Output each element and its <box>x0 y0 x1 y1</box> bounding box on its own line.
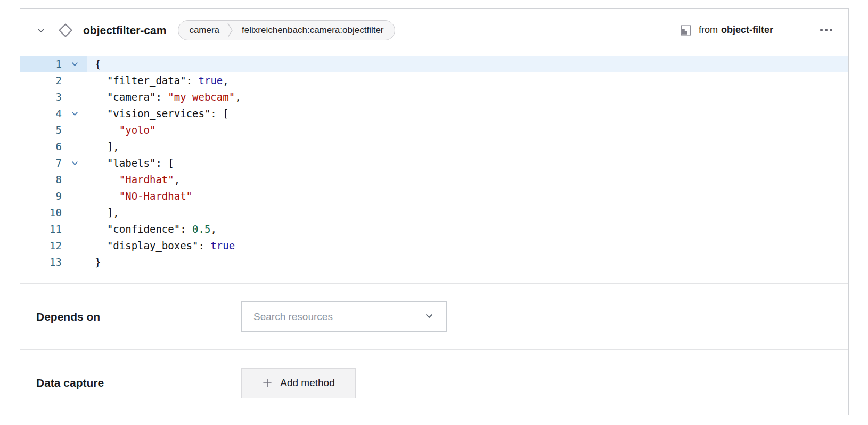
code-line[interactable]: 4 "vision_services": [ <box>20 105 848 122</box>
editor-gutter: 4 <box>20 105 87 122</box>
code-line-content[interactable]: ], <box>87 205 848 221</box>
code-line[interactable]: 3 "camera": "my_webcam", <box>20 89 848 105</box>
code-line-content[interactable]: "confidence": 0.5, <box>87 221 848 238</box>
fold-spacer <box>62 122 87 138</box>
depends-on-label: Depends on <box>36 310 241 323</box>
editor-gutter: 13 <box>20 254 87 271</box>
fold-spacer <box>62 205 87 221</box>
component-diamond-icon <box>58 22 73 38</box>
line-number: 11 <box>20 221 62 238</box>
code-line[interactable]: 13} <box>20 254 848 271</box>
fold-spacer <box>62 72 87 89</box>
code-line[interactable]: 2 "filter_data": true, <box>20 72 848 89</box>
search-resources-placeholder: Search resources <box>253 311 333 323</box>
resource-type-label: camera <box>189 25 219 36</box>
resource-card: objectfilter-cam camera felixreichenbach… <box>20 8 849 415</box>
editor-gutter: 11 <box>20 221 87 238</box>
resource-type-badge: camera felixreichenbach:camera:objectfil… <box>178 20 395 40</box>
code-line[interactable]: 5 "yolo" <box>20 122 848 138</box>
editor-gutter: 5 <box>20 122 87 138</box>
module-name: object-filter <box>721 24 773 35</box>
code-line[interactable]: 8 "Hardhat", <box>20 171 848 188</box>
editor-gutter: 2 <box>20 72 87 89</box>
line-number: 8 <box>20 171 62 188</box>
collapse-chevron-icon[interactable] <box>34 23 48 37</box>
editor-gutter: 6 <box>20 138 87 155</box>
editor-gutter: 12 <box>20 238 87 254</box>
fold-spacer <box>62 221 87 238</box>
line-number: 4 <box>20 105 62 122</box>
fold-toggle-icon[interactable] <box>62 155 87 171</box>
line-number: 10 <box>20 205 62 221</box>
module-icon <box>679 24 692 37</box>
code-line-content[interactable]: "Hardhat", <box>87 171 848 188</box>
line-number: 12 <box>20 238 62 254</box>
fold-toggle-icon[interactable] <box>62 105 87 122</box>
code-line[interactable]: 6 ], <box>20 138 848 155</box>
code-line-content[interactable]: "filter_data": true, <box>87 72 848 89</box>
line-number: 9 <box>20 188 62 205</box>
fold-spacer <box>62 89 87 105</box>
code-line-content[interactable]: "display_boxes": true <box>87 238 848 254</box>
editor-gutter: 9 <box>20 188 87 205</box>
data-capture-label: Data capture <box>36 377 241 389</box>
code-line[interactable]: 7 "labels": [ <box>20 155 848 171</box>
fold-toggle-icon[interactable] <box>62 56 87 72</box>
line-number: 3 <box>20 89 62 105</box>
fold-spacer <box>62 138 87 155</box>
fold-spacer <box>62 188 87 205</box>
plus-icon <box>262 378 273 388</box>
code-line-content[interactable]: "labels": [ <box>87 155 848 171</box>
from-module-text: fromobject-filter <box>699 24 773 36</box>
fold-spacer <box>62 171 87 188</box>
code-line-content[interactable]: "camera": "my_webcam", <box>87 89 848 105</box>
line-number: 2 <box>20 72 62 89</box>
select-chevron-down-icon <box>424 310 435 323</box>
editor-gutter: 7 <box>20 155 87 171</box>
code-line-content[interactable]: } <box>87 254 848 271</box>
line-number: 7 <box>20 155 62 171</box>
code-line-content[interactable]: "vision_services": [ <box>87 105 848 122</box>
line-number: 1 <box>20 56 62 72</box>
resource-name: objectfilter-cam <box>83 24 166 37</box>
editor-gutter: 10 <box>20 205 87 221</box>
code-line[interactable]: 12 "display_boxes": true <box>20 238 848 254</box>
fold-spacer <box>62 238 87 254</box>
resource-model-label: felixreichenbach:camera:objectfilter <box>242 25 383 36</box>
search-resources-select[interactable]: Search resources <box>241 301 447 332</box>
card-header: objectfilter-cam camera felixreichenbach… <box>20 9 848 52</box>
badge-separator-chevron-icon <box>227 20 234 40</box>
editor-gutter: 1 <box>20 56 87 72</box>
line-number: 6 <box>20 138 62 155</box>
code-editor[interactable]: 1{2 "filter_data": true,3 "camera": "my_… <box>20 52 848 284</box>
ellipsis-menu-icon[interactable] <box>819 26 833 35</box>
editor-gutter: 3 <box>20 89 87 105</box>
code-line[interactable]: 1{ <box>20 56 848 72</box>
editor-gutter: 8 <box>20 171 87 188</box>
code-line[interactable]: 11 "confidence": 0.5, <box>20 221 848 238</box>
data-capture-section: Data capture Add method <box>20 350 848 416</box>
code-line-content[interactable]: ], <box>87 138 848 155</box>
depends-on-section: Depends on Search resources <box>20 284 848 350</box>
fold-spacer <box>62 254 87 271</box>
add-method-label: Add method <box>280 377 334 389</box>
from-label: from <box>699 24 718 35</box>
code-line-content[interactable]: "NO-Hardhat" <box>87 188 848 205</box>
line-number: 13 <box>20 254 62 271</box>
code-line-content[interactable]: "yolo" <box>87 122 848 138</box>
code-line[interactable]: 9 "NO-Hardhat" <box>20 188 848 205</box>
line-number: 5 <box>20 122 62 138</box>
add-method-button[interactable]: Add method <box>241 368 356 398</box>
code-line[interactable]: 10 ], <box>20 205 848 221</box>
code-line-content[interactable]: { <box>87 56 848 72</box>
